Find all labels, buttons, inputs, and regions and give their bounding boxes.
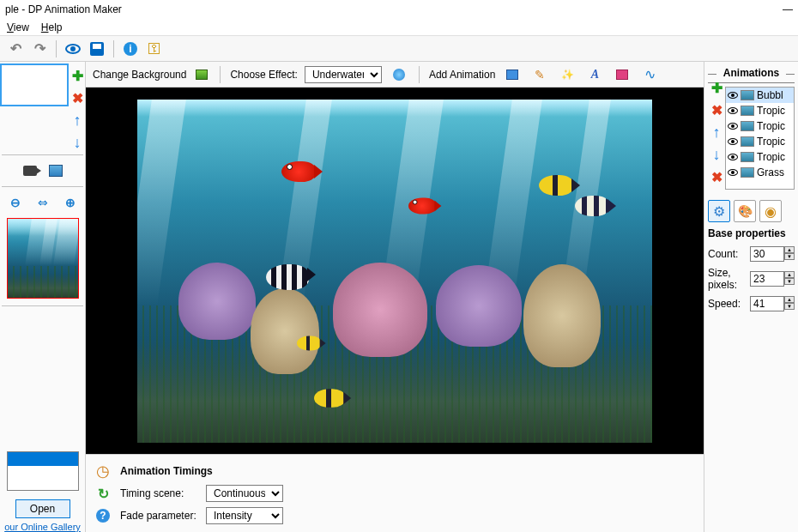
zoom-fit-button[interactable]: [34, 194, 51, 211]
animation-thumb-icon: [741, 106, 754, 116]
tab-motion[interactable]: [759, 200, 782, 222]
clear-animations-button[interactable]: [708, 168, 725, 185]
animation-item-label: Tropic: [757, 105, 785, 117]
tab-settings[interactable]: [708, 200, 730, 222]
save-button[interactable]: [87, 39, 107, 59]
fish: [266, 264, 309, 290]
main-toolbar: [0, 36, 798, 62]
palette-icon: [738, 204, 753, 218]
add-animation-button[interactable]: [502, 64, 523, 85]
camera-icon: [23, 166, 37, 176]
online-gallery-link[interactable]: our Online Gallery: [0, 522, 85, 532]
fade-parameter-label: Fade parameter:: [120, 510, 197, 522]
size-spinner[interactable]: ▲▼: [784, 271, 795, 287]
gif-tool-button[interactable]: [612, 64, 632, 85]
canvas[interactable]: [86, 88, 704, 454]
delete-animation-list-button[interactable]: [708, 101, 725, 118]
camera-button[interactable]: [21, 162, 39, 179]
preview-thumbnail[interactable]: [7, 218, 79, 299]
speed-spinner[interactable]: ▲▼: [784, 296, 795, 311]
property-tabs: [708, 200, 795, 222]
animation-thumb-icon: [741, 121, 754, 131]
move-animation-down-button[interactable]: [708, 146, 725, 163]
undo-button[interactable]: [5, 39, 26, 59]
animation-item-label: Grass: [757, 166, 784, 178]
zoom-out-button[interactable]: [7, 194, 24, 211]
titlebar: ple - DP Animation Maker —: [0, 0, 798, 19]
text-tool-button[interactable]: [584, 64, 605, 85]
help-icon-button[interactable]: [94, 507, 112, 524]
animations-list[interactable]: Bubbl Tropic Tropic Tropic Tropic Grass: [725, 87, 795, 190]
menu-view[interactable]: View: [7, 21, 29, 33]
separator: [419, 66, 420, 83]
window-title: ple - DP Animation Maker: [5, 3, 122, 15]
pencil-icon: [535, 68, 545, 82]
open-button[interactable]: Open: [15, 499, 70, 518]
timing-scene-label: Timing scene:: [120, 487, 197, 499]
text-icon: [591, 68, 599, 82]
gear-icon: [713, 203, 725, 220]
add-animation-list-button[interactable]: [708, 79, 725, 96]
menu-help[interactable]: Help: [41, 21, 63, 33]
change-background-label[interactable]: Change Background: [93, 69, 186, 81]
scene-thumbnail[interactable]: [0, 63, 69, 106]
add-scene-button[interactable]: [69, 67, 86, 84]
animation-item[interactable]: Grass: [726, 165, 794, 180]
add-animation-label[interactable]: Add Animation: [429, 69, 495, 81]
move-scene-down-button[interactable]: [69, 134, 86, 151]
wand-tool-button[interactable]: [557, 64, 577, 85]
animation-item[interactable]: Bubbl: [726, 88, 794, 103]
visibility-icon[interactable]: [728, 92, 738, 99]
redo-icon: [34, 40, 45, 57]
file-list-item[interactable]: [8, 452, 78, 466]
wave-tool-button[interactable]: [639, 64, 660, 85]
file-list[interactable]: [7, 451, 79, 491]
visibility-icon[interactable]: [728, 107, 738, 114]
timing-scene-select[interactable]: Continuous: [206, 485, 283, 502]
preview-button[interactable]: [63, 39, 83, 59]
size-input[interactable]: [750, 271, 784, 287]
change-background-button[interactable]: [193, 66, 210, 83]
animation-item[interactable]: Tropic: [726, 118, 794, 134]
help-icon: [96, 509, 110, 523]
visibility-icon[interactable]: [728, 138, 738, 145]
animation-item-label: Tropic: [757, 136, 785, 148]
count-input[interactable]: [750, 246, 784, 262]
apply-effect-button[interactable]: [389, 64, 409, 85]
separator: [56, 40, 57, 57]
count-spinner[interactable]: ▲▼: [784, 246, 795, 262]
cycle-icon: [94, 485, 112, 502]
save-icon: [90, 42, 104, 56]
move-scene-up-button[interactable]: [69, 112, 86, 129]
wave-icon: [644, 66, 656, 82]
zoom-in-button[interactable]: [62, 194, 79, 211]
animation-item[interactable]: Tropic: [726, 149, 794, 165]
animation-item-label: Bubbl: [757, 89, 783, 101]
animation-item[interactable]: Tropic: [726, 103, 794, 118]
visibility-icon[interactable]: [728, 123, 738, 130]
move-animation-up-button[interactable]: [708, 124, 725, 141]
animation-thumb-icon: [741, 90, 754, 100]
clock-icon: [94, 462, 112, 480]
speed-label: Speed:: [708, 298, 741, 310]
effect-select[interactable]: Underwater: [305, 66, 382, 83]
timing-title: Animation Timings: [120, 465, 213, 477]
fade-parameter-select[interactable]: Intensity: [206, 507, 283, 524]
separator: [220, 66, 221, 83]
brush-tool-button[interactable]: [529, 64, 550, 85]
tab-colors[interactable]: [734, 200, 756, 222]
animation-item-label: Tropic: [757, 120, 785, 132]
animation-item[interactable]: Tropic: [726, 134, 794, 149]
picture-button[interactable]: [47, 162, 64, 179]
about-button[interactable]: [120, 39, 141, 59]
visibility-icon[interactable]: [728, 169, 738, 176]
delete-scene-button[interactable]: [69, 89, 86, 106]
speed-input[interactable]: [750, 296, 784, 311]
redo-button[interactable]: [29, 39, 50, 59]
menubar: View Help: [0, 19, 798, 36]
visibility-icon[interactable]: [728, 154, 738, 160]
minimize-button[interactable]: —: [783, 4, 793, 15]
register-button[interactable]: [144, 39, 165, 59]
key-icon: [148, 41, 161, 57]
animation-thumb-icon: [741, 152, 754, 162]
